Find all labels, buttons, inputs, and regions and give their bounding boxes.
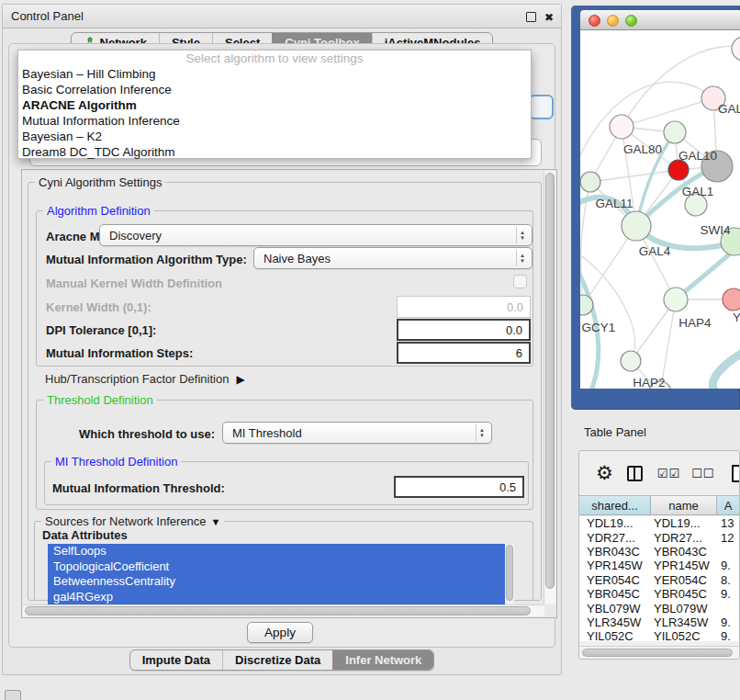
gear-icon[interactable]: [596, 463, 613, 483]
table-horizontal-scrollbar[interactable]: [579, 646, 739, 659]
kernel-width-value: 0.0: [507, 300, 523, 314]
node[interactable]: [732, 37, 740, 61]
aracne-mode-combo[interactable]: Discovery: [99, 224, 533, 246]
kernel-width-field[interactable]: 0.0: [397, 296, 531, 318]
zoom-traffic-light-icon[interactable]: [625, 15, 637, 27]
close-traffic-light-icon[interactable]: [589, 15, 600, 27]
table-row[interactable]: YDL19... YDL19... 13: [579, 516, 739, 530]
node-gal1-selected[interactable]: [668, 160, 689, 180]
tabbar: Impute Data Discretize Data Infer Networ…: [129, 649, 435, 671]
dpi-tolerance-field[interactable]: 0.0: [397, 319, 531, 341]
select-all-checkboxes-icon[interactable]: [657, 467, 680, 480]
sources-group: Sources for Network Inference Data Attri…: [34, 521, 533, 601]
hub-expander[interactable]: Hub/Transcription Factor Definition: [45, 372, 245, 386]
tab-infer-network[interactable]: Infer Network: [332, 650, 433, 670]
network-window-titlebar[interactable]: [580, 10, 740, 30]
sources-expander[interactable]: Sources for Network Inference: [41, 514, 224, 528]
node-label: GAL4: [639, 244, 671, 258]
which-threshold-combo[interactable]: MI Threshold: [222, 422, 492, 444]
algorithm-combo-fragment[interactable]: [529, 95, 554, 119]
scrollbar-thumb[interactable]: [506, 545, 513, 601]
node-gal11[interactable]: [580, 172, 600, 192]
scrollbar-thumb[interactable]: [582, 649, 733, 657]
sources-title: Sources for Network Inference: [45, 514, 207, 528]
table-row[interactable]: YIL052C YIL052C 9.: [579, 629, 739, 641]
tab-discretize-data[interactable]: Discretize Data: [222, 650, 332, 670]
horizontal-scrollbar[interactable]: [23, 604, 544, 616]
threshold-definition-title: Threshold Definition: [43, 393, 157, 407]
dropdown-item[interactable]: Dream8 DC_TDC Algorithm: [18, 144, 531, 160]
mi-threshold-field[interactable]: 0.5: [394, 476, 524, 498]
close-icon[interactable]: [544, 10, 554, 24]
table-row[interactable]: YBR045C YBR045C 9.: [579, 587, 739, 601]
node-label: GCY1: [582, 321, 616, 334]
file-icon[interactable]: [732, 465, 740, 482]
cell: YDL19...: [651, 516, 717, 530]
partial-bottom-button[interactable]: [5, 690, 21, 700]
network-graph: GAL GAL80 GAL10 GAL1 GAL11 SWI4 GAL4 GCY…: [580, 30, 740, 389]
scrollbar-thumb[interactable]: [25, 606, 531, 615]
table-body: YDL19... YDL19... 13 YDR27... YDR27... 1…: [579, 516, 739, 641]
deselect-all-checkboxes-icon[interactable]: [691, 467, 714, 480]
cell: YBL079W: [579, 602, 651, 615]
node-label: GAL11: [595, 197, 633, 210]
manual-kernel-checkbox[interactable]: [513, 275, 527, 288]
minimize-traffic-light-icon[interactable]: [607, 15, 619, 27]
dropdown-item[interactable]: Bayesian – Hill Climbing: [18, 66, 531, 82]
control-panel-title: Control Panel: [11, 9, 84, 23]
cyni-algorithm-settings-group: Cyni Algorithm Settings Algorithm Defini…: [28, 182, 542, 601]
dpi-tolerance-label: DPI Tolerance [0,1]:: [46, 323, 156, 337]
split-columns-icon[interactable]: [627, 466, 643, 481]
dropdown-item-selected[interactable]: ARACNE Algorithm: [18, 97, 531, 113]
tab-impute-data[interactable]: Impute Data: [130, 650, 222, 670]
column-header-name[interactable]: name: [651, 496, 717, 514]
cyni-algorithm-settings-title: Cyni Algorithm Settings: [35, 175, 165, 189]
dropdown-item[interactable]: Bayesian – K2: [18, 129, 531, 144]
node-gal10[interactable]: [664, 121, 686, 143]
network-canvas[interactable]: GAL GAL80 GAL10 GAL1 GAL11 SWI4 GAL4 GCY…: [580, 30, 740, 389]
node-hap2[interactable]: [621, 351, 641, 371]
attribute-item[interactable]: gal4RGexp: [48, 590, 514, 605]
dropdown-item[interactable]: Basic Correlation Inference: [18, 82, 531, 97]
column-header-clipped[interactable]: A: [717, 496, 739, 514]
mi-steps-label: Mutual Information Steps:: [46, 346, 193, 360]
mi-type-combo[interactable]: Naive Bayes: [253, 247, 533, 269]
node-gal80[interactable]: [610, 115, 633, 139]
cell: YLR345W: [579, 615, 651, 629]
table-row[interactable]: YLR345W YLR345W 9.: [579, 615, 739, 629]
table-row[interactable]: YBL079W YBL079W: [579, 601, 739, 615]
attribute-item[interactable]: BetweennessCentrality: [48, 574, 514, 590]
mi-steps-field[interactable]: 6: [397, 342, 531, 364]
table-row[interactable]: YPR145W YPR145W 9.: [579, 559, 739, 572]
apply-button[interactable]: Apply: [247, 622, 313, 643]
which-threshold-label: Which threshold to use:: [79, 427, 215, 441]
dropdown-item[interactable]: Mutual Information Inference: [18, 113, 531, 129]
table-row[interactable]: YER054C YER054C 8.: [579, 573, 739, 587]
manual-kernel-label: Manual Kernel Width Definition: [46, 277, 222, 290]
node-hap4[interactable]: [664, 288, 688, 311]
scrollbar-thumb[interactable]: [545, 173, 555, 589]
hub-expander-label: Hub/Transcription Factor Definition: [45, 372, 229, 386]
attribute-item[interactable]: SelfLoops: [48, 544, 514, 559]
network-view-window: GAL GAL80 GAL10 GAL1 GAL11 SWI4 GAL4 GCY…: [571, 6, 740, 410]
node-pink[interactable]: [723, 288, 740, 310]
column-header-shared-name[interactable]: shared...: [579, 496, 651, 514]
table-row[interactable]: YBR043C YBR043C: [579, 545, 739, 559]
control-panel-titlebar: Control Panel: [3, 5, 561, 28]
cell: YIL052C: [651, 629, 717, 641]
float-window-icon[interactable]: [526, 12, 536, 22]
table-row[interactable]: YDR27... YDR27... 12: [579, 530, 739, 544]
cell: YIL052C: [579, 629, 651, 641]
attribute-item[interactable]: TopologicalCoefficient: [48, 559, 514, 575]
application-root: Control Panel: [0, 0, 740, 700]
mi-threshold-value: 0.5: [499, 480, 516, 494]
control-panel-window: Control Panel: [2, 4, 562, 675]
cell: YBR045C: [651, 587, 717, 601]
node-gal4[interactable]: [622, 211, 651, 241]
vertical-scrollbar[interactable]: [544, 171, 555, 604]
table-toolbar: [579, 451, 739, 495]
cell: 13: [717, 516, 739, 530]
list-vertical-scrollbar[interactable]: [505, 544, 514, 604]
tab-infer-network-label: Infer Network: [345, 653, 421, 667]
algorithm-definition-title: Algorithm Definition: [43, 204, 154, 218]
